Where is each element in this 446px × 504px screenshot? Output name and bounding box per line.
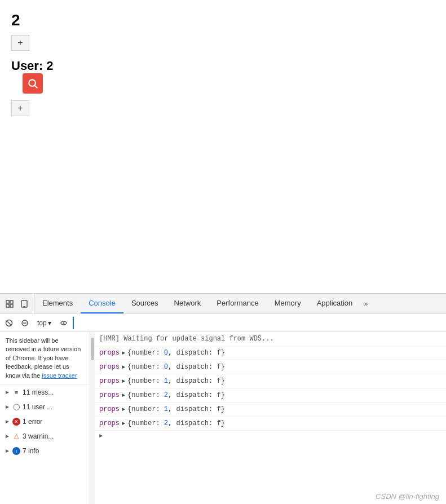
sidebar-scrollbar[interactable] <box>90 332 95 504</box>
expand-arrow-icon[interactable]: ► <box>122 377 125 386</box>
console-input[interactable] <box>73 317 444 329</box>
props-key: props <box>99 390 120 400</box>
tab-sources[interactable]: Sources <box>123 294 166 313</box>
arrow-icon: ► <box>5 448 10 454</box>
props-message-5: props ► {number: 1, dispatch: f} <box>95 403 446 417</box>
tab-elements[interactable]: Elements <box>34 294 81 313</box>
props-value: {number: 1, dispatch: f} <box>127 376 225 386</box>
tab-console[interactable]: Console <box>81 294 123 313</box>
props-key: props <box>99 418 120 428</box>
console-messages-area: [HMR] Waiting for update signal from WDS… <box>95 332 446 504</box>
counter-value: 2 <box>11 11 435 29</box>
expand-arrow-icon[interactable]: ► <box>122 419 125 428</box>
props-message-6: props ► {number: 2, dispatch: f} <box>95 417 446 431</box>
warning-icon: △ <box>12 432 20 440</box>
props-value: {number: 0, dispatch: f} <box>127 362 225 372</box>
info-label: 7 info <box>23 447 85 455</box>
props-message-2: props ► {number: 0, dispatch: f} <box>95 360 446 374</box>
dropdown-arrow-icon: ▾ <box>48 319 51 327</box>
props-key: props <box>99 362 120 372</box>
svg-point-0 <box>29 79 36 86</box>
warning-label: 3 warnin... <box>23 432 85 440</box>
props-message-3: props ► {number: 1, dispatch: f} <box>95 374 446 388</box>
search-icon <box>27 78 38 89</box>
add-button-1[interactable]: + <box>11 35 29 51</box>
props-key: props <box>99 404 120 414</box>
more-tabs-button[interactable]: » <box>360 294 371 313</box>
props-value: {number: 2, dispatch: f} <box>127 390 225 400</box>
props-key: props <box>99 348 120 358</box>
expand-arrow-icon[interactable]: ► <box>122 391 125 400</box>
tab-network[interactable]: Network <box>166 294 209 313</box>
expand-arrow-icon[interactable]: ► <box>122 405 125 414</box>
user-label: User: 2 <box>11 59 435 73</box>
svg-point-13 <box>63 322 64 324</box>
eye-icon-button[interactable] <box>57 316 70 330</box>
tab-memory[interactable]: Memory <box>267 294 309 313</box>
sidebar-item-info[interactable]: ► i 7 info <box>0 444 90 458</box>
sidebar-item-messages[interactable]: ► ≡ 11 mess... <box>0 385 90 400</box>
svg-line-9 <box>7 321 11 325</box>
svg-rect-4 <box>6 304 9 307</box>
devtools-topbar: Elements Console Sources Network Perform… <box>0 294 446 314</box>
svg-rect-5 <box>10 304 13 307</box>
filter-button[interactable] <box>18 316 32 330</box>
sidebar-item-warning[interactable]: ► △ 3 warnin... <box>0 429 90 444</box>
devtools-panel: Elements Console Sources Network Perform… <box>0 293 446 504</box>
props-value: {number: 0, dispatch: f} <box>127 348 225 358</box>
app-area: 2 + User: 2 + <box>0 0 446 293</box>
svg-rect-2 <box>6 300 9 303</box>
props-message-1: props ► {number: 0, dispatch: f} <box>95 346 446 360</box>
user-icon: ◯ <box>12 403 20 411</box>
search-icon-button[interactable] <box>23 73 43 94</box>
devtools-icons-group <box>0 294 34 313</box>
user-messages-label: 11 user ... <box>23 403 85 411</box>
add-button-2[interactable]: + <box>11 100 29 116</box>
svg-rect-6 <box>21 300 27 307</box>
arrow-icon: ► <box>5 433 10 439</box>
sidebar-scrollbar-thumb[interactable] <box>91 338 94 360</box>
tab-application[interactable]: Application <box>309 294 361 313</box>
sidebar-notice: This sidebar will be removed in a future… <box>0 332 90 385</box>
tab-performance[interactable]: Performance <box>209 294 266 313</box>
error-label: 1 error <box>23 418 85 426</box>
issue-tracker-link[interactable]: issue tracker <box>42 372 77 379</box>
props-key: props <box>99 376 120 386</box>
arrow-icon: ► <box>5 404 10 410</box>
error-icon: ✕ <box>12 418 20 426</box>
sidebar-item-error[interactable]: ► ✕ 1 error <box>0 414 90 429</box>
sidebar-item-user[interactable]: ► ◯ 11 user ... <box>0 400 90 414</box>
expand-more-icon[interactable]: ► <box>95 431 446 441</box>
console-body: This sidebar will be removed in a future… <box>0 332 446 504</box>
console-sidebar: This sidebar will be removed in a future… <box>0 332 90 504</box>
messages-label: 11 mess... <box>23 388 85 396</box>
device-toggle-icon[interactable] <box>19 299 29 309</box>
hmr-message: [HMR] Waiting for update signal from WDS… <box>95 332 446 346</box>
console-toolbar: top ▾ <box>0 314 446 332</box>
devtools-tabs: Elements Console Sources Network Perform… <box>34 294 372 313</box>
watermark: CSDN @lin-fighting <box>376 492 439 501</box>
arrow-icon: ► <box>5 389 10 395</box>
props-message-4: props ► {number: 2, dispatch: f} <box>95 388 446 403</box>
expand-arrow-icon[interactable]: ► <box>122 363 125 372</box>
messages-list-icon: ≡ <box>12 388 20 396</box>
props-value: {number: 1, dispatch: f} <box>127 404 225 414</box>
expand-arrow-icon[interactable]: ► <box>122 349 125 357</box>
inspect-element-icon[interactable] <box>5 299 15 309</box>
top-context-dropdown[interactable]: top ▾ <box>34 318 55 328</box>
info-icon: i <box>12 447 20 455</box>
svg-line-1 <box>35 86 38 89</box>
arrow-icon: ► <box>5 418 10 425</box>
props-value: {number: 2, dispatch: f} <box>127 418 225 428</box>
clear-console-button[interactable] <box>2 316 16 330</box>
svg-rect-3 <box>10 300 13 303</box>
